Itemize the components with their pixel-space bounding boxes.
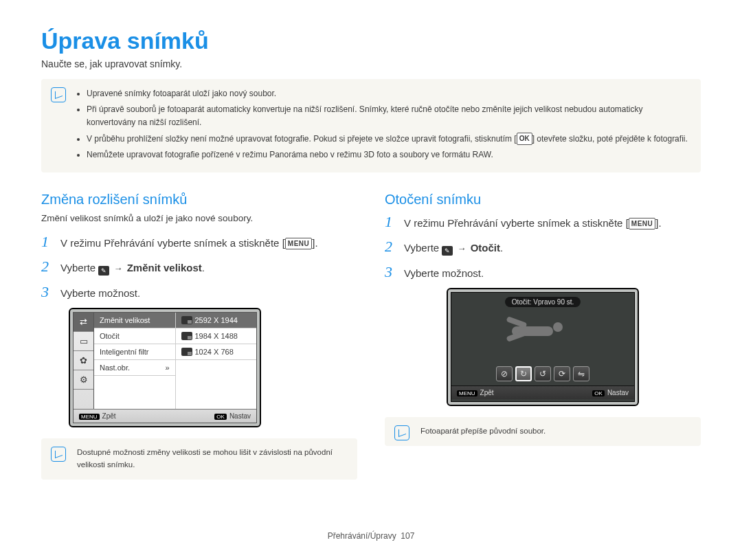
lcd-resize-screenshot: ⇄ ▭ ✿ ⚙ Změnit velikost Otočit Inteligen… — [69, 308, 261, 427]
size-icon — [181, 316, 192, 324]
rotated-figure — [505, 320, 581, 354]
size-icon — [181, 348, 192, 356]
edit-icon — [442, 246, 453, 256]
side-tab-icon: ✿ — [74, 351, 93, 370]
ok-button-label: OK — [592, 390, 605, 396]
note-icon — [51, 87, 66, 102]
step-number: 1 — [41, 233, 54, 251]
rotate-option-icon: ↻ — [515, 366, 532, 381]
rotate-option-icon: ⟳ — [554, 366, 570, 381]
step-number: 3 — [385, 263, 397, 281]
note-icon — [394, 425, 409, 440]
side-tab-icon: ⚙ — [74, 370, 93, 390]
side-tab-icon: ▭ — [74, 332, 93, 351]
menu-item: Nast.obr. » — [94, 360, 175, 376]
rotate-note-box: Fotoaparát přepíše původní soubor. — [385, 417, 701, 446]
step-text: Vyberte možnost. — [404, 266, 701, 282]
step-number: 2 — [41, 258, 54, 276]
step-number: 1 — [385, 213, 397, 231]
step-text: V režimu Přehrávání vyberte snímek a sti… — [60, 236, 357, 251]
step-number: 3 — [41, 283, 54, 301]
rotate-option-icon: ⊘ — [496, 366, 513, 381]
page-title: Úprava snímků — [41, 27, 701, 54]
rotate-option-row: ⊘ ↻ ↺ ⟳ ⇋ — [496, 366, 589, 381]
step-text: V režimu Přehrávání vyberte snímek a sti… — [404, 216, 701, 232]
step-text: Vyberte → Otočit. — [404, 240, 701, 256]
side-tab-swap-icon: ⇄ — [74, 313, 93, 332]
intro-text: Naučte se, jak upravovat snímky. — [41, 58, 701, 69]
resize-note-box: Dostupné možnosti změny velikosti se moh… — [41, 438, 357, 480]
page-footer: Přehrávání/Úpravy 107 — [0, 531, 742, 541]
size-option: 1024 X 768 — [176, 344, 257, 360]
rotate-option-icon: ⇋ — [573, 366, 589, 381]
section-heading-resize: Změna rozlišení snímků — [41, 192, 357, 208]
step-text: Vyberte možnost. — [60, 286, 357, 302]
edit-icon — [98, 266, 109, 276]
left-column: Změna rozlišení snímků Změní velikost sn… — [41, 192, 357, 480]
note-item: Nemůžete upravovat fotografie pořízené v… — [87, 148, 690, 161]
size-option: 2592 X 1944 — [176, 313, 257, 328]
step-text: Vyberte → Změnit velikost. — [60, 260, 357, 276]
note-item: Při úpravě souborů je fotoaparát automat… — [87, 103, 690, 129]
menu-button-label: MENU — [79, 414, 100, 420]
ok-badge: OK — [517, 133, 532, 145]
note-item: Upravené snímky fotoaparát uloží jako no… — [87, 87, 690, 100]
note-icon — [51, 447, 66, 462]
menu-badge: MENU — [285, 238, 312, 249]
rotate-caption: Otočit: Vpravo 90 st. — [505, 297, 581, 307]
section-heading-rotate: Otočení snímku — [385, 192, 701, 208]
note-item: V průběhu prohlížení složky není možné u… — [87, 133, 690, 146]
ok-button-label: OK — [214, 414, 227, 420]
menu-item: Inteligentní filtr — [94, 344, 175, 360]
size-icon — [181, 332, 192, 340]
step-number: 2 — [385, 238, 397, 256]
lcd-rotate-screenshot: Otočit: Vpravo 90 st. ⊘ ↻ ↺ ⟳ ⇋ MENUZpět… — [447, 288, 639, 406]
size-option: 1984 X 1488 — [176, 328, 257, 344]
menu-badge: MENU — [629, 218, 655, 229]
menu-button-label: MENU — [457, 390, 477, 396]
top-note-box: Upravené snímky fotoaparát uloží jako no… — [41, 79, 701, 172]
section-lead: Změní velikost snímků a uloží je jako no… — [41, 213, 357, 223]
menu-item: Změnit velikost — [94, 313, 175, 328]
right-column: Otočení snímku 1 V režimu Přehrávání vyb… — [385, 192, 701, 480]
rotate-option-icon: ↺ — [535, 366, 551, 381]
menu-item: Otočit — [94, 328, 175, 344]
